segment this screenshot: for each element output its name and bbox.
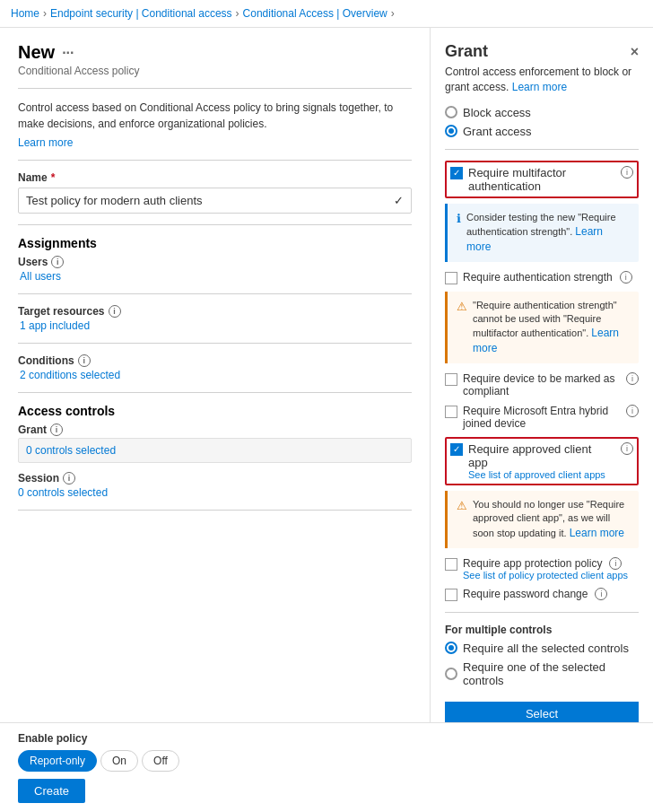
page-subtitle: Conditional Access policy	[18, 65, 412, 77]
approved-app-checkbox[interactable]	[450, 443, 463, 456]
select-button[interactable]: Select	[445, 702, 639, 722]
app-protection-info-icon[interactable]: i	[609, 557, 622, 570]
on-toggle[interactable]: On	[100, 750, 138, 772]
target-resources-info-icon[interactable]: i	[109, 305, 121, 318]
require-all-radio-circle	[445, 642, 457, 654]
compliant-device-checkbox-container[interactable]: Require device to be marked as compliant…	[445, 372, 639, 397]
off-toggle[interactable]: Off	[142, 750, 179, 772]
grant-label: Grant	[18, 423, 47, 436]
hybrid-device-label: Require Microsoft Entra hybrid joined de…	[463, 405, 619, 430]
enable-policy-bar: Enable policy Report-only On Off Create	[0, 722, 653, 812]
mfa-info-box: ℹ Consider testing the new "Require auth…	[445, 204, 639, 262]
block-access-label: Block access	[463, 106, 531, 119]
app-protection-label: Require app protection policy	[463, 557, 602, 570]
more-options-icon[interactable]: ···	[62, 45, 74, 61]
panel-description: Control access enforcement to block or g…	[445, 65, 639, 95]
access-controls-header: Access controls	[18, 404, 412, 418]
auth-strength-checkbox[interactable]	[445, 272, 457, 284]
breadcrumb-endpoint[interactable]: Endpoint security | Conditional access	[50, 7, 232, 20]
compliant-device-label: Require device to be marked as compliant	[463, 372, 619, 397]
approved-app-info-icon[interactable]: i	[621, 442, 633, 455]
report-only-toggle[interactable]: Report-only	[18, 750, 97, 772]
mfa-checkbox-container[interactable]: Require multifactor authentication i	[445, 161, 639, 198]
grant-access-radio[interactable]: Grant access	[445, 125, 639, 138]
right-panel: Grant × Control access enforcement to bl…	[431, 28, 653, 722]
breadcrumb: Home › Endpoint security | Conditional a…	[0, 0, 653, 28]
mfa-checkbox[interactable]	[450, 167, 463, 179]
auth-strength-label: Require authentication strength	[463, 271, 613, 284]
approved-app-sub-text[interactable]: See list of approved client apps	[468, 469, 633, 480]
approved-app-checkbox-container[interactable]: Require approved client app i See list o…	[445, 437, 639, 485]
app-protection-checkbox-container[interactable]: Require app protection policy i See list…	[445, 557, 639, 581]
require-one-radio[interactable]: Require one of the selected controls	[445, 660, 639, 687]
policy-toggle-group: Report-only On Off	[18, 750, 635, 772]
session-label: Session	[18, 472, 59, 485]
conditions-info-icon[interactable]: i	[78, 354, 91, 367]
auth-strength-checkbox-container[interactable]: Require authentication strength i	[445, 271, 639, 284]
password-change-checkbox-container[interactable]: Require password change i	[445, 588, 639, 601]
for-multiple-section: For multiple controls Require all the se…	[445, 624, 639, 687]
session-info-icon[interactable]: i	[63, 472, 75, 485]
grant-access-radio-circle	[445, 125, 457, 137]
auth-strength-warning: ⚠ "Require authentication strength" cann…	[445, 292, 639, 363]
auth-strength-info-icon[interactable]: i	[620, 271, 632, 284]
description-learn-more[interactable]: Learn more	[18, 136, 73, 149]
approved-app-label: Require approved client app	[468, 442, 614, 469]
session-value[interactable]: 0 controls selected	[18, 486, 412, 499]
name-input[interactable]: Test policy for modern auth clients ✓	[18, 188, 412, 214]
hybrid-device-checkbox[interactable]	[445, 406, 457, 418]
hybrid-device-checkbox-container[interactable]: Require Microsoft Entra hybrid joined de…	[445, 405, 639, 430]
block-access-radio[interactable]: Block access	[445, 106, 639, 119]
compliant-device-info-icon[interactable]: i	[626, 372, 639, 385]
close-icon[interactable]: ×	[631, 44, 639, 60]
approved-app-warning-icon: ⚠	[457, 498, 467, 541]
breadcrumb-home[interactable]: Home	[11, 7, 39, 20]
left-panel: New ··· Conditional Access policy Contro…	[0, 28, 431, 722]
require-one-radio-circle	[445, 668, 457, 680]
users-info-icon[interactable]: i	[51, 256, 64, 268]
conditions-label: Conditions	[18, 354, 74, 367]
require-one-label: Require one of the selected controls	[463, 660, 639, 687]
password-change-info-icon[interactable]: i	[595, 588, 607, 600]
panel-title: Grant	[445, 42, 488, 61]
create-button[interactable]: Create	[18, 779, 85, 803]
grant-value[interactable]: 0 controls selected	[26, 444, 404, 457]
policy-description: Control access based on Conditional Acce…	[18, 100, 412, 132]
compliant-device-checkbox[interactable]	[445, 373, 457, 386]
block-access-radio-circle	[445, 106, 457, 118]
grant-access-label: Grant access	[463, 125, 532, 138]
app-protection-checkbox[interactable]	[445, 558, 457, 571]
for-multiple-title: For multiple controls	[445, 624, 639, 636]
panel-learn-more[interactable]: Learn more	[512, 81, 567, 93]
name-label: Name	[18, 171, 48, 184]
mfa-info-icon[interactable]: i	[621, 166, 633, 179]
breadcrumb-overview[interactable]: Conditional Access | Overview	[243, 7, 387, 20]
users-value[interactable]: All users	[18, 270, 412, 283]
mfa-label: Require multifactor authentication	[468, 166, 614, 193]
target-resources-label: Target resources	[18, 305, 105, 318]
assignments-header: Assignments	[18, 236, 412, 250]
users-label: Users	[18, 256, 48, 268]
name-required: *	[51, 171, 56, 184]
page-title: New	[18, 42, 55, 63]
conditions-value[interactable]: 2 conditions selected	[18, 369, 412, 381]
target-resources-value[interactable]: 1 app included	[18, 319, 412, 332]
warning-triangle-icon: ⚠	[457, 299, 467, 356]
require-all-label: Require all the selected controls	[463, 642, 629, 655]
password-change-label: Require password change	[463, 588, 588, 600]
require-all-radio[interactable]: Require all the selected controls	[445, 642, 639, 655]
hybrid-device-info-icon[interactable]: i	[626, 405, 639, 417]
approved-app-learn-more[interactable]: Learn more	[570, 527, 624, 539]
grant-info-icon[interactable]: i	[50, 423, 63, 436]
info-circle-icon: ℹ	[457, 211, 461, 255]
enable-policy-label: Enable policy	[18, 732, 635, 745]
password-change-checkbox[interactable]	[445, 589, 457, 601]
app-protection-sub-text[interactable]: See list of policy protected client apps	[463, 570, 639, 581]
chevron-down-icon: ✓	[394, 194, 404, 207]
approved-app-warning: ⚠ You should no longer use "Require appr…	[445, 491, 639, 548]
